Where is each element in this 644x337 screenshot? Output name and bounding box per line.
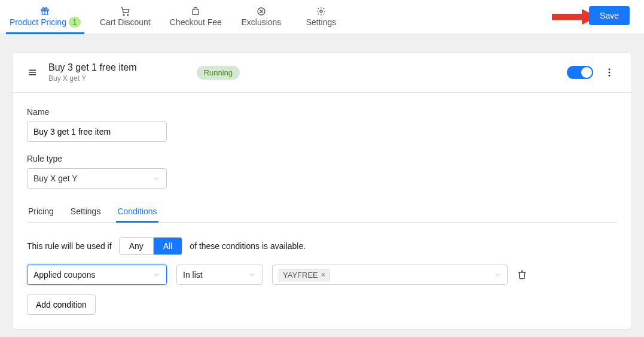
cancel-icon bbox=[257, 7, 266, 16]
chevron-down-icon bbox=[249, 271, 256, 278]
svg-point-8 bbox=[320, 10, 322, 13]
rule-title-block: Buy 3 get 1 free item Buy X get Y bbox=[48, 62, 137, 83]
condition-field-value: Applied coupons bbox=[33, 270, 96, 280]
tab-product-pricing[interactable]: Product Pricing 1 bbox=[0, 0, 90, 34]
name-label: Name bbox=[27, 107, 617, 117]
card-header: Buy 3 get 1 free item Buy X get Y Runnin… bbox=[13, 53, 631, 93]
any-all-segment: Any All bbox=[119, 237, 183, 255]
tab-label: Product Pricing 1 bbox=[10, 17, 81, 28]
top-nav: Product Pricing 1 Cart Discount Checkout… bbox=[0, 0, 644, 34]
name-input-wrap bbox=[27, 122, 167, 142]
sub-tabs: Pricing Settings Conditions bbox=[27, 201, 617, 223]
subtab-conditions[interactable]: Conditions bbox=[116, 201, 158, 222]
bag-icon bbox=[191, 7, 200, 16]
svg-point-3 bbox=[123, 14, 124, 16]
rule-card: Buy 3 get 1 free item Buy X get Y Runnin… bbox=[12, 52, 632, 330]
save-button[interactable]: Save bbox=[589, 6, 630, 25]
coupon-tag-label: YAYFREE bbox=[283, 271, 318, 280]
ruletype-label: Rule type bbox=[27, 154, 617, 163]
name-input[interactable] bbox=[33, 127, 160, 136]
delete-condition-icon[interactable] bbox=[517, 270, 527, 280]
tab-label: Cart Discount bbox=[100, 17, 151, 27]
card-body: Name Rule type Buy X get Y Pricing Setti… bbox=[13, 93, 631, 329]
cond-text-after: of these conditions is available. bbox=[190, 241, 306, 251]
remove-tag-icon[interactable]: ✕ bbox=[321, 271, 326, 279]
tab-label: Settings bbox=[306, 17, 337, 27]
chevron-down-icon bbox=[153, 175, 160, 182]
tab-exclusions[interactable]: Exclusions bbox=[231, 0, 291, 34]
svg-point-13 bbox=[609, 72, 611, 74]
page-content: Buy 3 get 1 free item Buy X get Y Runnin… bbox=[0, 34, 644, 337]
tab-badge: 1 bbox=[69, 17, 81, 28]
seg-all[interactable]: All bbox=[153, 238, 182, 254]
chevron-down-icon bbox=[494, 271, 501, 278]
tab-cart-discount[interactable]: Cart Discount bbox=[90, 0, 160, 34]
subtab-settings[interactable]: Settings bbox=[69, 201, 102, 222]
tab-settings[interactable]: Settings bbox=[291, 0, 351, 34]
tab-label: Exclusions bbox=[241, 17, 281, 27]
svg-point-12 bbox=[609, 68, 611, 70]
more-menu-icon[interactable] bbox=[602, 65, 617, 80]
tab-label: Checkout Fee bbox=[170, 17, 222, 27]
condition-row: Applied coupons In list YAYFREE ✕ bbox=[27, 265, 617, 285]
nav-tabs: Product Pricing 1 Cart Discount Checkout… bbox=[0, 0, 351, 34]
rule-subtitle: Buy X get Y bbox=[48, 74, 137, 83]
gift-icon bbox=[40, 6, 50, 16]
tab-checkout-fee[interactable]: Checkout Fee bbox=[160, 0, 231, 34]
seg-any[interactable]: Any bbox=[120, 238, 153, 254]
subtab-pricing[interactable]: Pricing bbox=[27, 201, 55, 222]
status-badge: Running bbox=[197, 66, 240, 80]
svg-point-14 bbox=[609, 75, 611, 77]
condition-value-select[interactable]: YAYFREE ✕ bbox=[272, 265, 508, 285]
condition-field-select[interactable]: Applied coupons bbox=[27, 265, 167, 285]
condition-operator-value: In list bbox=[183, 270, 203, 280]
rule-title: Buy 3 get 1 free item bbox=[48, 62, 137, 73]
ruletype-select[interactable]: Buy X get Y bbox=[27, 168, 167, 189]
rule-toggle[interactable] bbox=[567, 66, 593, 79]
condition-operator-select[interactable]: In list bbox=[176, 265, 263, 285]
cart-icon bbox=[120, 7, 130, 16]
svg-point-4 bbox=[127, 14, 129, 16]
drag-handle-icon[interactable] bbox=[27, 67, 38, 78]
ruletype-value: Buy X get Y bbox=[33, 174, 78, 183]
add-condition-button[interactable]: Add condition bbox=[27, 295, 96, 315]
chevron-down-icon bbox=[153, 271, 160, 278]
coupon-tag: YAYFREE ✕ bbox=[279, 269, 330, 281]
cond-text-before: This rule will be used if bbox=[27, 241, 112, 251]
gear-icon bbox=[316, 7, 326, 16]
header-actions bbox=[567, 65, 617, 80]
condition-mode-row: This rule will be used if Any All of the… bbox=[27, 237, 617, 255]
